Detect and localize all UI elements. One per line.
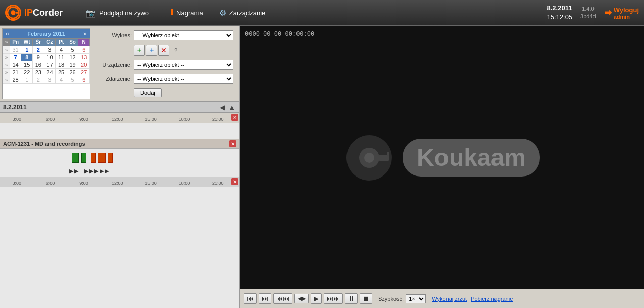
- logout-button[interactable]: ➡ Wyloguj admin: [604, 6, 639, 20]
- vc-play-back-button[interactable]: ◀▶: [294, 294, 309, 303]
- wykres-info-button[interactable]: ?: [170, 45, 181, 56]
- recording-block[interactable]: [108, 153, 112, 163]
- cal-day[interactable]: 12: [67, 54, 78, 61]
- main: « February 2011 » » Pn Wt Śr Cz Pt So N: [0, 26, 644, 308]
- wykres-select[interactable]: -- Wybierz obiekt --: [134, 30, 233, 40]
- cal-day[interactable]: 5: [67, 76, 78, 84]
- play-icon[interactable]: ▶: [105, 168, 109, 174]
- play-icon[interactable]: ▶: [94, 168, 98, 174]
- bottom-close-button[interactable]: ✕: [231, 178, 238, 185]
- cal-day[interactable]: 27: [78, 69, 90, 76]
- calendar-prev-button[interactable]: «: [5, 30, 10, 37]
- vc-prev-segment-button[interactable]: ⏮⏮: [273, 293, 292, 304]
- cal-day[interactable]: 11: [56, 54, 67, 61]
- timeline-close-button[interactable]: ✕: [231, 114, 238, 121]
- wykres-add-button[interactable]: ＋: [134, 45, 145, 56]
- cal-day[interactable]: 3: [44, 76, 56, 84]
- cal-day[interactable]: 1: [21, 46, 33, 54]
- play-icon[interactable]: ▶: [74, 168, 78, 174]
- btl-mark-18: 18:00: [179, 181, 190, 186]
- vc-stop-button[interactable]: ⏹: [360, 293, 372, 304]
- cal-weeknum-3: »: [3, 61, 10, 69]
- nav-recordings-label: Nagrania: [176, 9, 203, 17]
- cal-day[interactable]: 17: [44, 61, 56, 69]
- cal-day[interactable]: 2: [33, 76, 44, 84]
- calendar-next-button[interactable]: »: [82, 30, 88, 37]
- cal-header-pt: Pt: [56, 39, 67, 46]
- recording-block[interactable]: [72, 153, 79, 163]
- cal-day[interactable]: 20: [78, 61, 90, 69]
- cal-day[interactable]: 13: [78, 54, 90, 61]
- urzadzenie-select[interactable]: -- Wybierz obiekt --: [134, 60, 233, 70]
- nav-recordings[interactable]: 🎞 Nagrania: [157, 5, 211, 21]
- download-link[interactable]: Pobierz nagranie: [471, 296, 513, 302]
- tl-mark-18: 18:00: [179, 117, 190, 122]
- cal-day[interactable]: 14: [10, 61, 21, 69]
- cal-day[interactable]: 23: [33, 69, 44, 76]
- vc-step-fwd-button[interactable]: ⏭: [259, 293, 271, 304]
- recording-block[interactable]: [81, 153, 86, 163]
- datetime-time: 15:12:05: [547, 13, 572, 22]
- cal-day[interactable]: 26: [67, 69, 78, 76]
- cal-day-8[interactable]: 8: [21, 54, 33, 61]
- cal-day[interactable]: 9: [33, 54, 44, 61]
- cal-day[interactable]: 4: [56, 46, 67, 54]
- date-up-button[interactable]: ▲: [227, 103, 236, 111]
- logout-label: Wyloguj: [614, 6, 639, 14]
- cal-day[interactable]: 28: [10, 76, 21, 84]
- cal-day[interactable]: 5: [67, 46, 78, 54]
- play-icon[interactable]: ▶: [100, 168, 104, 174]
- play-icon[interactable]: ▶: [89, 168, 93, 174]
- nav-management[interactable]: ⚙ Zarządzanie: [211, 5, 274, 21]
- svg-point-5: [364, 153, 374, 163]
- cal-header-cz: Cz: [44, 39, 56, 46]
- video-timestamp: 0000-00-00 00:00:00: [245, 30, 314, 37]
- wykres-remove-button[interactable]: ✕: [158, 45, 169, 56]
- dodaj-button[interactable]: Dodaj: [134, 88, 162, 97]
- play-icon[interactable]: ▶: [69, 168, 73, 174]
- timeline-container: 3:00 6:00 9:00 12:00 15:00 18:00 21:00 ✕: [0, 113, 239, 139]
- zdarzenie-select[interactable]: -- Wybierz obiekt --: [134, 74, 233, 84]
- cal-day[interactable]: 1: [21, 76, 33, 84]
- cal-day[interactable]: 24: [44, 69, 56, 76]
- cal-header-sr: Śr: [33, 39, 44, 46]
- nav: 📷 Podgląd na żywo 🎞 Nagrania ⚙ Zarządzan…: [78, 5, 273, 21]
- cal-day[interactable]: 6: [78, 76, 90, 84]
- cal-week-4: » 21 22 23 24 25 26 27: [3, 69, 90, 76]
- play-icon[interactable]: ▶: [84, 168, 88, 174]
- vc-step-back-button[interactable]: ⏮: [244, 293, 257, 304]
- cal-week-2: » 7 8 9 10 11 12 13: [3, 54, 90, 61]
- vc-play-button[interactable]: ▶: [311, 293, 322, 304]
- recording-block[interactable]: [98, 153, 105, 163]
- cal-day[interactable]: 31: [10, 46, 21, 54]
- cal-day[interactable]: 16: [33, 61, 44, 69]
- tl-mark-15: 15:00: [145, 117, 157, 122]
- vc-pause-button[interactable]: ⏸: [345, 293, 358, 304]
- cal-header-pn: Pn: [10, 39, 21, 46]
- track-close-button[interactable]: ✕: [229, 140, 236, 147]
- cal-header-n: N: [78, 39, 90, 46]
- cal-day[interactable]: 21: [10, 69, 21, 76]
- nav-live-label: Podgląd na żywo: [99, 9, 149, 17]
- cal-day[interactable]: 6: [78, 46, 90, 54]
- cal-day[interactable]: 15: [21, 61, 33, 69]
- vc-next-segment-button[interactable]: ⏭⏭: [324, 293, 343, 304]
- cal-day[interactable]: 3: [44, 46, 56, 54]
- date-bar: 8.2.2011 ◀ ▲: [0, 102, 239, 113]
- date-prev-button[interactable]: ◀: [219, 103, 226, 111]
- recording-block[interactable]: [91, 153, 95, 163]
- cal-day[interactable]: 22: [21, 69, 33, 76]
- cal-day[interactable]: 4: [56, 76, 67, 84]
- cal-day[interactable]: 2: [33, 46, 44, 54]
- logo-ip: IP: [24, 8, 33, 18]
- cal-day[interactable]: 19: [67, 61, 78, 69]
- koukaam-camera-icon: [344, 133, 394, 183]
- speed-select[interactable]: 1× 2× 4× 8×: [406, 294, 426, 303]
- nav-live[interactable]: 📷 Podgląd na żywo: [78, 5, 157, 21]
- cal-day[interactable]: 10: [44, 54, 56, 61]
- cal-day[interactable]: 7: [10, 54, 21, 61]
- cal-day[interactable]: 18: [56, 61, 67, 69]
- wykres-add2-button[interactable]: ＋: [146, 45, 157, 56]
- screenshot-link[interactable]: Wykonaj zrzut: [432, 296, 467, 302]
- cal-day[interactable]: 25: [56, 69, 67, 76]
